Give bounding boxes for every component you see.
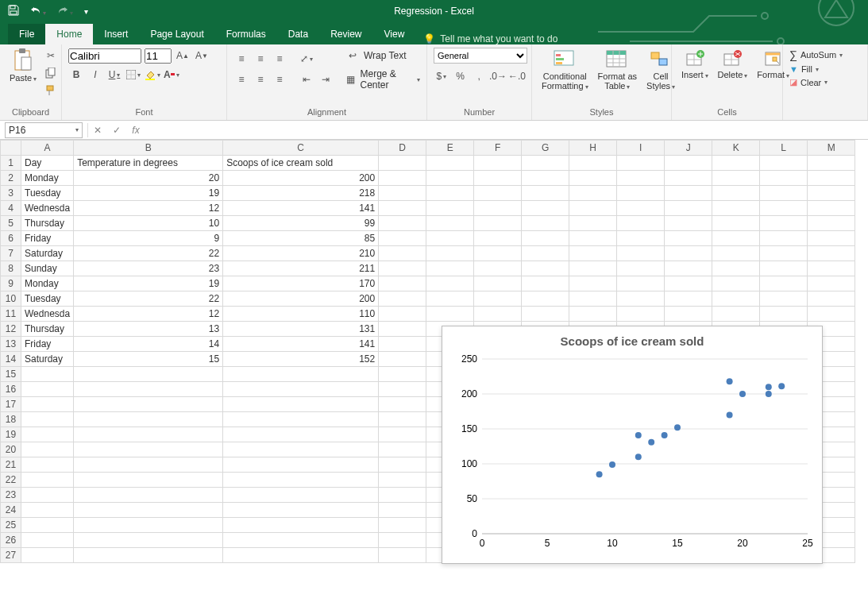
cell-J10[interactable] xyxy=(665,291,712,307)
percent-icon[interactable]: % xyxy=(453,68,469,84)
cell-A8[interactable]: Sunday xyxy=(21,261,74,276)
cell-D25[interactable] xyxy=(379,518,426,533)
cell-H9[interactable] xyxy=(569,276,617,291)
shrink-font-icon[interactable]: A▼ xyxy=(194,48,210,64)
row-header-8[interactable]: 8 xyxy=(1,261,21,276)
row-header-13[interactable]: 13 xyxy=(1,337,21,352)
row-header-18[interactable]: 18 xyxy=(1,412,21,427)
cell-D3[interactable] xyxy=(379,186,426,201)
cell-M6[interactable] xyxy=(808,231,855,246)
wrap-text-button[interactable]: ↩Wrap Text xyxy=(345,48,420,64)
cell-E5[interactable] xyxy=(426,216,474,231)
cell-B8[interactable]: 23 xyxy=(74,261,223,276)
cell-K2[interactable] xyxy=(712,171,760,186)
insert-cells-button[interactable]: Insert xyxy=(678,48,712,80)
cell-A22[interactable] xyxy=(21,473,74,488)
align-top-icon[interactable]: ≡ xyxy=(233,51,249,67)
cell-J4[interactable] xyxy=(665,201,712,216)
cell-G10[interactable] xyxy=(522,291,569,307)
col-header-B[interactable]: B xyxy=(74,141,223,156)
redo-icon[interactable] xyxy=(57,6,73,17)
cell-J9[interactable] xyxy=(665,276,712,291)
cell-D23[interactable] xyxy=(379,488,426,503)
cell-K9[interactable] xyxy=(712,276,760,291)
cell-C9[interactable]: 170 xyxy=(223,276,379,291)
col-header-D[interactable]: D xyxy=(379,141,426,156)
cell-I5[interactable] xyxy=(617,216,665,231)
row-header-22[interactable]: 22 xyxy=(1,473,21,488)
cell-A15[interactable] xyxy=(21,367,74,382)
cell-I3[interactable] xyxy=(617,186,665,201)
cell-L6[interactable] xyxy=(760,231,808,246)
cell-J5[interactable] xyxy=(665,216,712,231)
cell-J6[interactable] xyxy=(665,231,712,246)
cell-G6[interactable] xyxy=(522,231,569,246)
row-header-24[interactable]: 24 xyxy=(1,503,21,518)
row-header-25[interactable]: 25 xyxy=(1,518,21,533)
cell-H5[interactable] xyxy=(569,216,617,231)
cell-B24[interactable] xyxy=(74,503,223,518)
cell-D19[interactable] xyxy=(379,427,426,442)
cell-A20[interactable] xyxy=(21,442,74,457)
cell-C20[interactable] xyxy=(223,442,379,457)
cell-C8[interactable]: 211 xyxy=(223,261,379,276)
cell-M3[interactable] xyxy=(808,186,855,201)
cell-B15[interactable] xyxy=(74,367,223,382)
cell-A4[interactable]: Wednesda xyxy=(21,201,74,216)
increase-indent-icon[interactable]: ⇥ xyxy=(318,71,334,87)
col-header-H[interactable]: H xyxy=(569,141,617,156)
cell-C13[interactable]: 141 xyxy=(223,337,379,352)
autosum-button[interactable]: ∑AutoSum▾ xyxy=(789,48,861,62)
cell-J8[interactable] xyxy=(665,261,712,276)
row-header-15[interactable]: 15 xyxy=(1,367,21,382)
align-bottom-icon[interactable]: ≡ xyxy=(272,51,287,67)
cell-D6[interactable] xyxy=(379,231,426,246)
row-header-10[interactable]: 10 xyxy=(1,291,21,307)
cell-C18[interactable] xyxy=(223,412,379,427)
cell-I6[interactable] xyxy=(617,231,665,246)
cell-C6[interactable]: 85 xyxy=(223,231,379,246)
cell-I4[interactable] xyxy=(617,201,665,216)
cell-A10[interactable]: Tuesday xyxy=(21,291,74,307)
row-header-14[interactable]: 14 xyxy=(1,352,21,367)
cell-K8[interactable] xyxy=(712,261,760,276)
font-size-input[interactable] xyxy=(145,48,172,64)
qat-customize-icon[interactable]: ▾ xyxy=(84,7,88,16)
cell-G8[interactable] xyxy=(522,261,569,276)
cell-H3[interactable] xyxy=(569,186,617,201)
tab-review[interactable]: Review xyxy=(319,24,372,44)
cell-I8[interactable] xyxy=(617,261,665,276)
currency-icon[interactable]: $ xyxy=(434,68,449,84)
cell-A6[interactable]: Friday xyxy=(21,231,74,246)
cell-C19[interactable] xyxy=(223,427,379,442)
cell-M1[interactable] xyxy=(808,156,855,171)
cell-M5[interactable] xyxy=(808,216,855,231)
cell-L10[interactable] xyxy=(760,291,808,307)
cell-D24[interactable] xyxy=(379,503,426,518)
cell-E9[interactable] xyxy=(426,276,474,291)
cell-D5[interactable] xyxy=(379,216,426,231)
cell-C23[interactable] xyxy=(223,488,379,503)
cell-C14[interactable]: 152 xyxy=(223,352,379,367)
col-header-K[interactable]: K xyxy=(712,141,760,156)
cell-A7[interactable]: Saturday xyxy=(21,246,74,261)
cell-A5[interactable]: Thursday xyxy=(21,216,74,231)
cell-H8[interactable] xyxy=(569,261,617,276)
cell-F10[interactable] xyxy=(474,291,522,307)
cell-K7[interactable] xyxy=(712,246,760,261)
row-header-6[interactable]: 6 xyxy=(1,231,21,246)
bold-button[interactable]: B xyxy=(68,67,84,83)
cell-E10[interactable] xyxy=(426,291,474,307)
cell-E11[interactable] xyxy=(426,307,474,322)
format-as-table-button[interactable]: Format as Table xyxy=(595,48,641,91)
merge-center-button[interactable]: ▦Merge & Center xyxy=(345,68,420,91)
cell-C12[interactable]: 131 xyxy=(223,322,379,337)
cell-D20[interactable] xyxy=(379,442,426,457)
row-header-16[interactable]: 16 xyxy=(1,382,21,397)
italic-button[interactable]: I xyxy=(87,67,103,83)
cell-G1[interactable] xyxy=(522,156,569,171)
cell-C26[interactable] xyxy=(223,533,379,548)
number-format-select[interactable]: General xyxy=(434,48,527,64)
cell-B23[interactable] xyxy=(74,488,223,503)
cell-M4[interactable] xyxy=(808,201,855,216)
